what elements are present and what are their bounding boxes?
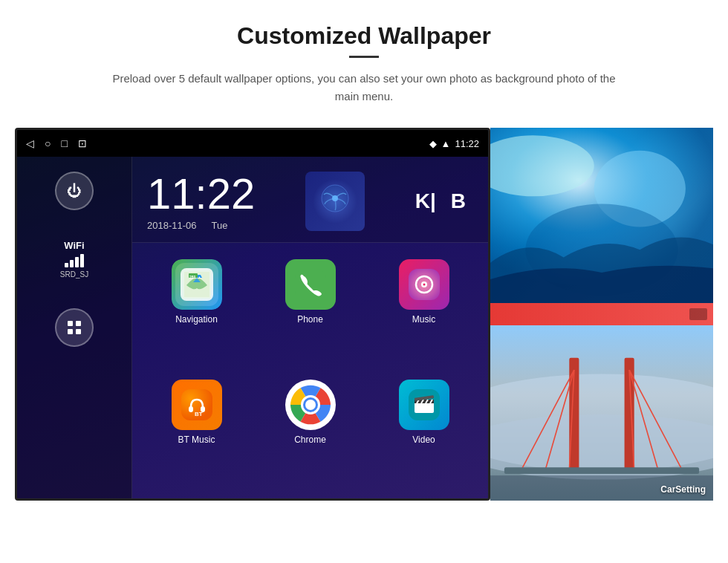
wallpaper-thumb-bridge[interactable]: CarSetting	[490, 325, 713, 501]
status-bar: ◁ ○ □ ⊡ ◆ ▲ 11:22	[17, 130, 488, 157]
music-label: Music	[412, 314, 435, 325]
wallpaper-panel: CarSetting	[490, 128, 713, 501]
back-icon[interactable]: ◁	[26, 137, 34, 149]
svg-text:280: 280	[189, 275, 196, 279]
location-icon: ◆	[429, 138, 437, 149]
music-icon	[399, 259, 449, 310]
wifi-widget[interactable]: WiFi SRD_SJ	[60, 240, 88, 279]
wifi-bar-2	[70, 260, 74, 267]
phone-label: Phone	[297, 314, 323, 325]
clock-date-value: 2018-11-06	[147, 220, 197, 231]
chrome-label: Chrome	[294, 435, 326, 445]
video-label: Video	[412, 435, 435, 445]
sidebar: ⏻ WiFi SRD_SJ	[17, 157, 132, 498]
svg-point-14	[423, 284, 425, 286]
title-divider	[349, 56, 379, 58]
app-bt-music[interactable]: BT BT Music	[140, 371, 253, 491]
wifi-status-icon: ▲	[441, 138, 451, 149]
wifi-bar-1	[65, 263, 68, 267]
recents-icon[interactable]: □	[61, 137, 67, 149]
home-icon[interactable]: ○	[45, 137, 51, 149]
apps-button[interactable]	[55, 308, 94, 347]
wifi-label: WiFi	[64, 240, 84, 251]
media-widget[interactable]	[305, 172, 365, 231]
chrome-icon	[285, 380, 336, 430]
red-bar-element	[689, 308, 707, 320]
android-screen: ◁ ○ □ ⊡ ◆ ▲ 11:22 ⏻ WiFi	[15, 128, 490, 501]
clock-left: 11:22 2018-11-06 Tue	[147, 172, 255, 231]
clock-area: 11:22 2018-11-06 Tue	[132, 157, 488, 243]
clock-time: 11:22	[147, 172, 255, 215]
device-wrapper: ◁ ○ □ ⊡ ◆ ▲ 11:22 ⏻ WiFi	[15, 128, 713, 501]
center-content: 11:22 2018-11-06 Tue	[132, 157, 488, 498]
svg-rect-17	[189, 406, 193, 412]
app-grid: 280 ▲ Navigation	[132, 243, 488, 498]
svg-text:▲: ▲	[198, 275, 201, 279]
wifi-ssid: SRD_SJ	[60, 270, 88, 279]
bt-music-label: BT Music	[178, 435, 215, 445]
svg-rect-10	[295, 269, 326, 300]
status-bar-left: ◁ ○ □ ⊡	[26, 137, 87, 149]
navigation-icon: 280 ▲	[172, 259, 222, 310]
clock-day-value: Tue	[212, 220, 228, 231]
app-phone[interactable]: Phone	[253, 250, 367, 371]
svg-text:BT: BT	[195, 411, 203, 417]
wifi-bar-3	[75, 257, 79, 267]
page-title: Customized Wallpaper	[237, 22, 491, 50]
wifi-bars	[65, 254, 84, 267]
page-subtitle: Preload over 5 default wallpaper options…	[104, 70, 624, 105]
svg-rect-2	[68, 329, 73, 334]
svg-rect-3	[76, 329, 81, 334]
media-glow	[313, 179, 357, 224]
phone-icon	[285, 259, 336, 310]
wifi-bar-4	[80, 254, 84, 267]
svg-rect-47	[504, 467, 699, 474]
video-icon	[399, 380, 449, 430]
app-chrome[interactable]: Chrome	[253, 371, 367, 491]
app-video[interactable]: Video	[367, 371, 481, 491]
svg-rect-0	[68, 321, 73, 326]
screenshot-icon[interactable]: ⊡	[78, 137, 87, 149]
screen-body: ⏻ WiFi SRD_SJ	[17, 157, 488, 498]
app-letter-b: B	[451, 189, 466, 213]
app-letter-k: K|	[415, 189, 436, 213]
svg-point-23	[305, 400, 316, 410]
app-letters: K| B	[415, 189, 473, 213]
wallpaper-red-bar	[490, 303, 713, 325]
power-button[interactable]: ⏻	[55, 172, 94, 210]
app-music[interactable]: Music	[367, 250, 481, 371]
svg-rect-1	[76, 321, 81, 326]
navigation-label: Navigation	[175, 314, 218, 325]
clock-date: 2018-11-06 Tue	[147, 220, 255, 231]
wallpaper-carsetting-label: CarSetting	[660, 484, 706, 495]
app-navigation[interactable]: 280 ▲ Navigation	[140, 250, 253, 371]
bt-music-icon: BT	[172, 380, 222, 430]
status-bar-right: ◆ ▲ 11:22	[429, 138, 479, 149]
status-time: 11:22	[455, 138, 479, 149]
wallpaper-thumb-ice[interactable]	[490, 128, 713, 303]
